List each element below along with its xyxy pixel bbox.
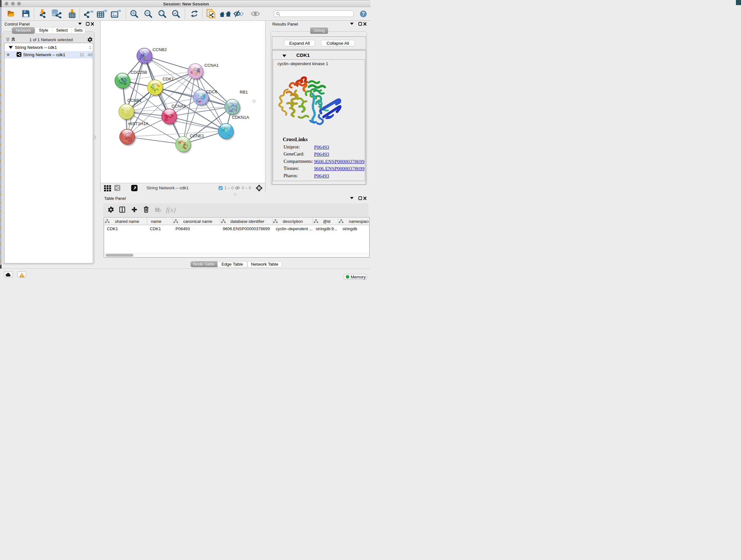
svg-text:CDKN1A: CDKN1A: [232, 115, 249, 120]
svg-text:CCNB1: CCNB1: [127, 98, 142, 103]
svg-text:HIST1H1A: HIST1H1A: [128, 121, 148, 126]
svg-text:CCNA1: CCNA1: [204, 63, 219, 68]
svg-text:CDC6: CDC6: [206, 89, 217, 94]
svg-text:CDC25B: CDC25B: [131, 70, 147, 75]
svg-text:RB1: RB1: [240, 90, 248, 95]
svg-text:CCNA2: CCNA2: [172, 104, 186, 109]
svg-text:CCNE1: CCNE1: [190, 133, 204, 138]
svg-text:CDK1: CDK1: [162, 77, 174, 81]
svg-text:CCNB2: CCNB2: [152, 47, 167, 52]
